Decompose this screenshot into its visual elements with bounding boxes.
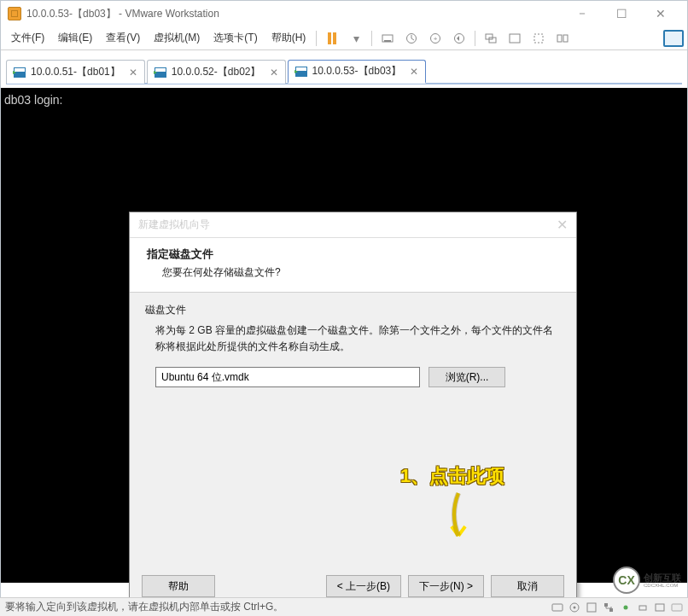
app-icon: [8, 7, 21, 20]
power-dropdown-icon[interactable]: ▾: [347, 30, 364, 47]
tab-label: 10.0.0.53-【db03】: [312, 64, 402, 78]
disk-file-label: 磁盘文件: [145, 303, 561, 317]
dialog-title: 新建虚拟机向导: [138, 218, 557, 232]
disk-file-desc: 将为每 2 GB 容量的虚拟磁盘创建一个磁盘文件。除第一个文件之外，每个文件的文…: [155, 323, 561, 355]
svg-rect-12: [552, 604, 563, 611]
usb-icon: [620, 601, 632, 613]
svg-point-18: [624, 605, 628, 609]
tab-close-icon[interactable]: ✕: [270, 67, 278, 78]
snapshot-take-icon[interactable]: +: [427, 30, 444, 47]
next-button[interactable]: 下一步(N) >: [408, 575, 484, 597]
stretch-icon[interactable]: [530, 30, 547, 47]
fit-window-icon[interactable]: [506, 30, 523, 47]
tab-db01[interactable]: 10.0.0.51-【db01】 ✕: [6, 60, 145, 84]
annotation-arrow-icon: [441, 489, 475, 557]
fit-guest-icon[interactable]: [482, 30, 499, 47]
svg-rect-11: [563, 35, 568, 42]
help-button[interactable]: 帮助: [142, 575, 215, 597]
vm-icon: [14, 67, 26, 78]
unity-icon[interactable]: [554, 30, 571, 47]
back-button[interactable]: < 上一步(B): [326, 575, 401, 597]
menubar: 文件(F) 编辑(E) 查看(V) 虚拟机(M) 选项卡(T) 帮助(H) ▾ …: [1, 26, 687, 50]
send-ctrl-alt-del-icon[interactable]: [379, 30, 396, 47]
svg-rect-21: [672, 604, 682, 611]
dialog-subheading: 您要在何处存储磁盘文件?: [147, 265, 559, 280]
menu-edit[interactable]: 编辑(E): [51, 27, 99, 49]
fullscreen-button[interactable]: [663, 30, 684, 47]
cd-icon: [568, 601, 580, 613]
status-text: 要将输入定向到该虚拟机，请在虚拟机内部单击或按 Ctrl+G。: [5, 600, 551, 614]
tab-label: 10.0.0.51-【db01】: [31, 65, 120, 79]
minimize-button[interactable]: －: [563, 1, 602, 26]
watermark-logo: CX: [613, 567, 640, 594]
statusbar: 要将输入定向到该虚拟机，请在虚拟机内部单击或按 Ctrl+G。: [0, 597, 688, 616]
terminal-view[interactable]: db03 login: 新建虚拟机向导 ✕ 指定磁盘文件 您要在何处存储磁盘文件…: [1, 88, 687, 583]
watermark-sub: CDCXHL.COM: [644, 583, 681, 588]
svg-rect-15: [587, 603, 596, 612]
snapshot-revert-icon[interactable]: [451, 30, 468, 47]
menu-file[interactable]: 文件(F): [4, 27, 51, 49]
tab-db02[interactable]: 10.0.0.52-【db02】 ✕: [147, 60, 286, 84]
svg-rect-8: [510, 34, 520, 43]
snapshot-icon[interactable]: [403, 30, 420, 47]
disk-icon: [551, 601, 563, 613]
message-icon: [671, 601, 683, 613]
close-button[interactable]: ✕: [641, 1, 680, 26]
window-titlebar: 10.0.0.53-【db03】 - VMware Workstation － …: [1, 1, 687, 26]
svg-rect-20: [656, 604, 664, 611]
pause-button[interactable]: [324, 30, 341, 47]
svg-rect-9: [534, 34, 543, 43]
printer-icon: [637, 601, 649, 613]
menu-view[interactable]: 查看(V): [99, 27, 147, 49]
tab-db03[interactable]: 10.0.0.53-【db03】 ✕: [288, 60, 427, 84]
new-vm-wizard-dialog: 新建虚拟机向导 ✕ 指定磁盘文件 您要在何处存储磁盘文件? 磁盘文件 将为每 2…: [129, 212, 577, 610]
svg-text:+: +: [434, 35, 438, 43]
terminal-line: db03 login:: [4, 93, 684, 107]
vm-icon: [295, 67, 307, 77]
floppy-icon: [586, 601, 598, 613]
svg-rect-19: [639, 606, 646, 610]
svg-rect-16: [604, 603, 608, 607]
svg-rect-10: [557, 35, 562, 42]
menu-vm[interactable]: 虚拟机(M): [147, 27, 207, 49]
watermark-text: 创新互联: [644, 573, 681, 583]
sound-icon: [654, 601, 666, 613]
network-icon: [603, 601, 615, 613]
disk-file-input[interactable]: [155, 367, 420, 387]
tab-close-icon[interactable]: ✕: [410, 66, 418, 78]
svg-rect-17: [609, 608, 613, 612]
browse-button[interactable]: 浏览(R)...: [429, 367, 505, 387]
svg-rect-1: [384, 40, 391, 42]
maximize-button[interactable]: ☐: [602, 1, 641, 26]
cancel-button[interactable]: 取消: [491, 575, 564, 597]
svg-point-14: [574, 606, 576, 608]
annotation-text: 1、点击此项: [400, 463, 504, 489]
tab-label: 10.0.0.52-【db02】: [172, 65, 261, 79]
tab-row: 10.0.0.51-【db01】 ✕ 10.0.0.52-【db02】 ✕ 10…: [6, 59, 682, 84]
vm-icon: [155, 67, 166, 78]
window-title: 10.0.0.53-【db03】 - VMware Workstation: [26, 7, 563, 21]
menu-tabs[interactable]: 选项卡(T): [207, 27, 264, 49]
watermark: CX 创新互联 CDCXHL.COM: [613, 567, 681, 594]
menu-help[interactable]: 帮助(H): [265, 27, 313, 49]
tab-close-icon[interactable]: ✕: [129, 67, 137, 78]
dialog-close-button[interactable]: ✕: [557, 217, 568, 233]
dialog-heading: 指定磁盘文件: [147, 247, 559, 262]
